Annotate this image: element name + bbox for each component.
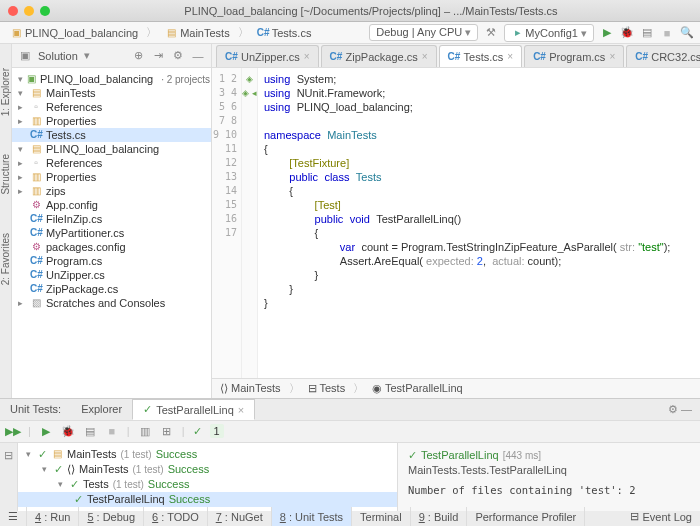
solution-tree[interactable]: ▾ ▣ PLINQ_load_balancing· 2 projects ▾▤M… <box>12 68 211 314</box>
gear-icon[interactable]: ⚙ — <box>660 403 700 416</box>
tree-scratches[interactable]: ▸▧Scratches and Consoles <box>12 296 211 310</box>
tree-file[interactable]: C#FileInZip.cs <box>12 212 211 226</box>
breadcrumb-file[interactable]: C#Tests.cs <box>253 26 316 40</box>
hide-icon[interactable]: — <box>191 49 205 63</box>
test-node-class[interactable]: ▾✓Tests (1 test) Success <box>18 477 397 492</box>
tab-zippackage[interactable]: C#ZipPackage.cs× <box>321 45 437 67</box>
tab-session[interactable]: ✓TestParallelLinq × <box>132 399 255 420</box>
expand-icon[interactable]: ▸ <box>18 158 26 168</box>
folder-icon: ▤ <box>165 27 177 39</box>
tab-tests[interactable]: C#Tests.cs× <box>439 45 523 67</box>
tree-file[interactable]: C#UnZipper.cs <box>12 268 211 282</box>
sb-build[interactable]: 9: Build <box>411 507 468 526</box>
close-icon[interactable]: × <box>609 51 615 62</box>
sb-todo[interactable]: 6: TODO <box>144 507 208 526</box>
gear-icon[interactable]: ⚙ <box>171 49 185 63</box>
zoom-icon[interactable] <box>40 6 50 16</box>
expand-icon[interactable]: ▸ <box>18 172 26 182</box>
test-node-project[interactable]: ▾✓▤MainTests (1 test) Success <box>18 447 397 462</box>
hammer-icon[interactable]: ⚒ <box>484 26 498 40</box>
debug-icon[interactable]: 🐞 <box>620 26 634 40</box>
tool-tab-favorites[interactable]: 2: Favorites <box>0 229 11 289</box>
tree-root[interactable]: ▾ ▣ PLINQ_load_balancing· 2 projects <box>12 72 211 86</box>
tree-references[interactable]: ▸▫References <box>12 156 211 170</box>
sb-terminal[interactable]: Terminal <box>352 507 411 526</box>
tab-program[interactable]: C#Program.cs× <box>524 45 624 67</box>
expand-icon[interactable]: ▾ <box>18 74 23 84</box>
sb-unit-tests[interactable]: 8: Unit Tests <box>272 507 352 526</box>
coverage-icon[interactable]: ▤ <box>640 26 654 40</box>
search-icon[interactable]: 🔍 <box>680 26 694 40</box>
sb-debug[interactable]: 5: Debug <box>79 507 144 526</box>
gutter-marks[interactable]: ◈ ◈ ◂ <box>242 68 258 378</box>
tree-folder-zips[interactable]: ▸▥zips <box>12 184 211 198</box>
test-node-method[interactable]: ✓TestParallelLinq Success <box>18 492 397 507</box>
rerun-icon[interactable]: ▶▶ <box>6 424 20 438</box>
breadcrumb-folder[interactable]: ▤MainTests <box>161 26 234 40</box>
sb-event-log[interactable]: ⊟ Event Log <box>622 507 700 526</box>
close-icon[interactable] <box>8 6 18 16</box>
tree-file[interactable]: C#Program.cs <box>12 254 211 268</box>
run-icon[interactable]: ▶ <box>600 26 614 40</box>
tree-project[interactable]: ▾▤MainTests <box>12 86 211 100</box>
tree-file[interactable]: ⚙App.config <box>12 198 211 212</box>
tab-crc32[interactable]: C#CRC32.cs× <box>626 45 700 67</box>
run-config-select[interactable]: ▸MyConfig1 ▾ <box>504 24 594 42</box>
tree-file[interactable]: C#ZipPackage.cs <box>12 282 211 296</box>
tool-tab-structure[interactable]: Structure <box>0 150 11 199</box>
expand-icon[interactable]: ▸ <box>18 102 26 112</box>
sb-nuget[interactable]: 7: NuGet <box>208 507 272 526</box>
tree-properties[interactable]: ▸▥Properties <box>12 170 211 184</box>
tab-unzipper[interactable]: C#UnZipper.cs× <box>216 45 319 67</box>
expand-icon[interactable]: ▸ <box>18 298 26 308</box>
code-editor[interactable]: using System; using NUnit.Framework; usi… <box>258 68 700 378</box>
unit-tests-tabs: Unit Tests: Explorer ✓TestParallelLinq ×… <box>0 399 700 421</box>
sb-run[interactable]: 4: 4: RunRun <box>27 507 79 526</box>
run-tests-icon[interactable]: ▶ <box>39 424 53 438</box>
tree-references[interactable]: ▸▫References <box>12 100 211 114</box>
tree-properties[interactable]: ▸▥Properties <box>12 114 211 128</box>
unit-tests-toolbar: ▶▶ | ▶ 🐞 ▤ ■ | ▥ ⊞ | ✓1 <box>0 421 700 443</box>
coverage-icon[interactable]: ▤ <box>83 424 97 438</box>
status-menu-icon[interactable]: ☰ <box>0 507 27 526</box>
solution-config-select[interactable]: Debug | Any CPU ▾ <box>369 24 478 41</box>
scroll-from-source-icon[interactable]: ⊕ <box>131 49 145 63</box>
config-file-icon: ⚙ <box>30 199 42 211</box>
expand-icon[interactable]: ▾ <box>18 144 26 154</box>
stop-icon[interactable]: ■ <box>660 26 674 40</box>
breadcrumb-project[interactable]: ▣PLINQ_load_balancing <box>6 26 142 40</box>
expand-icon[interactable]: ▸ <box>18 116 26 126</box>
close-icon[interactable]: × <box>507 51 513 62</box>
tree-project[interactable]: ▾▤PLINQ_load_balancing <box>12 142 211 156</box>
debug-tests-icon[interactable]: 🐞 <box>61 424 75 438</box>
tab-explorer[interactable]: Explorer <box>71 400 132 418</box>
crumb-method[interactable]: ◉ TestParallelLinq <box>372 382 463 395</box>
collapse-icon[interactable]: ⊟ <box>2 449 16 463</box>
tree-file[interactable]: ⚙packages.config <box>12 240 211 254</box>
crumb-namespace[interactable]: ⟨⟩ MainTests <box>220 382 281 395</box>
filter-icon[interactable]: ▥ <box>138 424 152 438</box>
tool-tab-explorer[interactable]: 1: Explorer <box>0 64 11 120</box>
close-icon[interactable]: × <box>238 404 244 416</box>
stop-icon[interactable]: ■ <box>105 424 119 438</box>
test-tree[interactable]: ▾✓▤MainTests (1 test) Success ▾✓⟨⟩ MainT… <box>18 443 398 511</box>
expand-all-icon[interactable]: ⊞ <box>160 424 174 438</box>
collapse-icon[interactable]: ⇥ <box>151 49 165 63</box>
tree-file[interactable]: C#MyPartitioner.cs <box>12 226 211 240</box>
expand-icon[interactable]: ▸ <box>18 186 26 196</box>
test-node-namespace[interactable]: ▾✓⟨⟩ MainTests (1 test) Success <box>18 462 397 477</box>
crumb-class[interactable]: ⊟ Tests <box>308 382 346 395</box>
passed-icon[interactable]: ✓ <box>193 425 202 438</box>
folder-icon: ▥ <box>30 185 42 197</box>
sb-profiler[interactable]: Performance Profiler <box>467 507 585 526</box>
check-icon: ✓ <box>74 493 83 506</box>
minimize-icon[interactable] <box>24 6 34 16</box>
references-icon: ▫ <box>30 101 42 113</box>
expand-icon[interactable]: ▾ <box>18 88 26 98</box>
close-icon[interactable]: × <box>422 51 428 62</box>
chevron-down-icon[interactable]: ▾ <box>84 49 90 62</box>
close-icon[interactable]: × <box>304 51 310 62</box>
tree-file-tests[interactable]: C#Tests.cs <box>12 128 211 142</box>
line-numbers: 1 2 3 4 5 6 7 8 9 10 11 12 13 14 15 16 1… <box>212 68 242 378</box>
check-icon: ✓ <box>408 449 417 462</box>
